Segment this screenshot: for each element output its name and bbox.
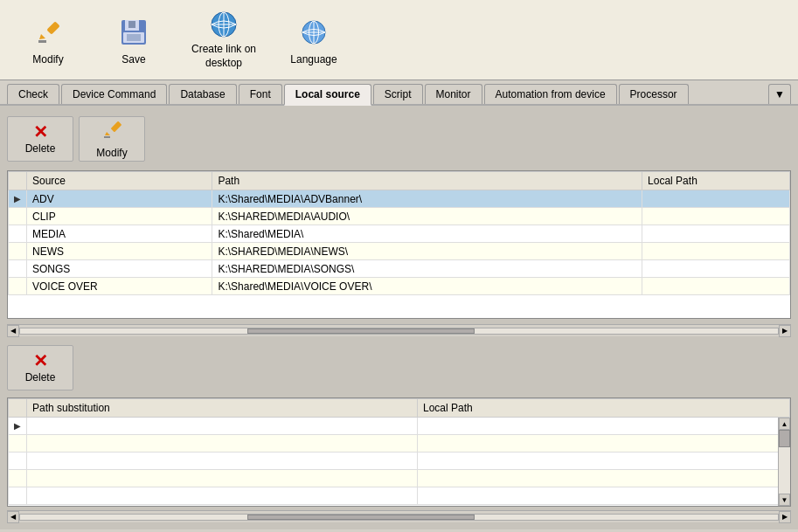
tab-device-command[interactable]: Device Command [61,84,167,104]
psub-row-local [418,487,790,505]
psub-row-local [418,418,790,435]
row-local-path [642,208,790,225]
save-toolbar-button[interactable]: Save [94,9,173,72]
source-table-row[interactable]: MEDIA K:\Shared\MEDIA\ [9,225,790,243]
psub-col-path: Path substitution [27,399,418,418]
path-sub-table: Path substitution Local Path ▶ [8,398,790,505]
tab-automation[interactable]: Automation from device [484,84,617,104]
vscroll-track [779,430,790,494]
tab-check[interactable]: Check [7,84,59,104]
tab-monitor[interactable]: Monitor [425,84,482,104]
delete-top-button[interactable]: ✕ Delete [7,116,73,162]
bottom-action-bar: ✕ Delete [7,342,791,394]
tab-font[interactable]: Font [239,84,282,104]
language-toolbar-label: Language [290,53,337,66]
create-link-toolbar-label: Create link ondesktop [191,43,256,70]
row-local-path [642,260,790,278]
psub-table-row[interactable] [9,453,790,470]
tab-database[interactable]: Database [169,84,236,104]
col-source: Source [27,172,212,190]
bottom-section: ✕ Delete Path substitution Local Path ▶ [7,342,791,522]
row-local-path [642,243,790,260]
path-sub-table-container[interactable]: Path substitution Local Path ▶ [7,397,791,507]
delete-bottom-label: Delete [25,371,56,383]
row-path: K:\SHARED\MEDIA\NEWS\ [212,243,642,260]
psub-row-path [27,470,418,487]
row-path: K:\Shared\MEDIA\ADVBanner\ [212,190,642,208]
psub-row-indicator [9,487,27,505]
row-indicator [9,208,27,225]
source-table-row[interactable]: SONGS K:\SHARED\MEDIA\SONGS\ [9,260,790,278]
tab-local-source[interactable]: Local source [284,84,371,106]
modify-button[interactable]: Modify [79,116,145,162]
svg-rect-7 [127,34,141,41]
row-path: K:\Shared\MEDIA\VOICE OVER\ [212,278,642,295]
svg-rect-5 [128,21,135,28]
path-sub-vscroll[interactable]: ▲ ▼ [778,418,790,506]
psub-row-path [27,487,418,505]
row-path: K:\SHARED\MEDIA\SONGS\ [212,260,642,278]
psub-table-row[interactable]: ▶ [9,418,790,435]
psub-table-row[interactable] [9,435,790,453]
row-source: CLIP [27,208,212,225]
create-link-toolbar-button[interactable]: Create link ondesktop [180,9,267,72]
svg-rect-2 [38,40,46,43]
floppy-icon [116,15,151,50]
psub-hscroll-right-btn[interactable]: ▶ [779,511,791,523]
tab-processor[interactable]: Processor [619,84,689,104]
psub-row-path [27,418,418,435]
psub-hscroll-thumb [247,515,475,520]
psub-row-path [27,453,418,470]
row-indicator [9,260,27,278]
toolbar: Modify Save Create link [0,0,798,80]
psub-table-row[interactable] [9,487,790,505]
hscroll-left-btn[interactable]: ◀ [7,325,19,337]
source-table-hscroll[interactable]: ◀ ▶ [7,324,791,336]
delete-top-icon: ✕ [33,123,48,141]
psub-row-indicator: ▶ [9,418,27,435]
psub-row-path [27,435,418,453]
vscroll-thumb [779,430,790,447]
row-indicator [9,225,27,243]
delete-top-label: Delete [25,142,56,155]
language-toolbar-button[interactable]: Language [274,9,353,72]
tab-overflow-button[interactable]: ▼ [768,84,791,104]
source-table-row[interactable]: VOICE OVER K:\Shared\MEDIA\VOICE OVER\ [9,278,790,295]
col-path: Path [212,172,642,190]
row-local-path [642,225,790,243]
top-action-bar: ✕ Delete Modify [7,113,791,165]
hscroll-right-btn[interactable]: ▶ [779,325,791,337]
main-content: ✕ Delete Modify Source Path Local Pa [0,106,798,529]
psub-row-local [418,453,790,470]
svg-marker-19 [105,132,110,135]
svg-rect-18 [111,121,122,132]
modify-toolbar-button[interactable]: Modify [9,9,87,72]
col-local-path: Local Path [642,172,790,190]
globe-icon [296,15,331,50]
row-indicator: ▶ [9,190,27,208]
row-path: K:\SHARED\MEDIA\AUDIO\ [212,208,642,225]
source-table-row[interactable]: ▶ ADV K:\Shared\MEDIA\ADVBanner\ [9,190,790,208]
row-local-path [642,278,790,295]
modify-toolbar-label: Modify [32,53,63,66]
tab-script[interactable]: Script [373,84,423,104]
psub-table-row[interactable] [9,470,790,487]
source-table: Source Path Local Path ▶ ADV K:\Shared\M… [8,171,790,295]
vscroll-up-btn[interactable]: ▲ [779,418,790,430]
source-table-row[interactable]: NEWS K:\SHARED\MEDIA\NEWS\ [9,243,790,260]
svg-rect-20 [104,136,110,138]
psub-hscroll-track [19,514,779,521]
source-table-container[interactable]: Source Path Local Path ▶ ADV K:\Shared\M… [7,170,791,319]
delete-bottom-button[interactable]: ✕ Delete [7,345,73,390]
psub-hscroll[interactable]: ◀ ▶ [7,510,791,522]
psub-row-indicator [9,435,27,453]
psub-row-local [418,435,790,453]
modify-label: Modify [96,147,127,159]
source-table-row[interactable]: CLIP K:\SHARED\MEDIA\AUDIO\ [9,208,790,225]
vscroll-down-btn[interactable]: ▼ [779,494,790,506]
psub-row-indicator [9,470,27,487]
psub-row-indicator [9,453,27,470]
psub-hscroll-left-btn[interactable]: ◀ [7,511,19,523]
hscroll-track [19,328,779,335]
psub-col-indicator [9,399,27,418]
